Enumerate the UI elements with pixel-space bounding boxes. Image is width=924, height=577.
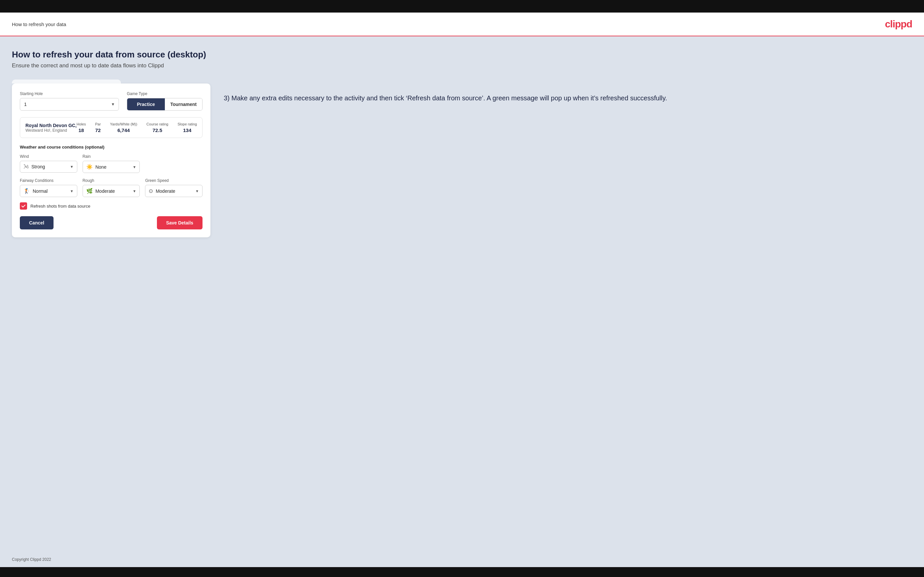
- content-row: Starting Hole 1 10 ▼ Game Type Practi: [12, 79, 912, 237]
- rough-dropdown[interactable]: 🌿 Moderate ▼: [82, 185, 140, 197]
- refresh-checkbox[interactable]: [20, 202, 27, 210]
- stat-holes: Holes 18: [77, 122, 86, 133]
- right-panel-text: 3) Make any extra edits necessary to the…: [224, 93, 912, 103]
- green-speed-chevron-icon: ▼: [195, 189, 199, 193]
- breadcrumb: How to refresh your data: [12, 21, 66, 27]
- refresh-checkbox-row: Refresh shots from data source: [20, 202, 202, 210]
- fairway-field: Fairway Conditions 🏌 Normal ▼: [20, 178, 77, 197]
- rain-dropdown[interactable]: ☀️ None ▼: [82, 161, 140, 173]
- green-speed-value: Moderate: [156, 189, 195, 194]
- top-bar: [0, 0, 924, 13]
- green-speed-label: Green Speed: [145, 178, 202, 183]
- course-rating-value: 72.5: [153, 127, 162, 133]
- course-info: Royal North Devon GC, Westward Ho!, Engl…: [26, 123, 77, 133]
- card-container: Starting Hole 1 10 ▼ Game Type Practi: [12, 79, 210, 237]
- wind-value: Strong: [31, 164, 70, 169]
- wind-field: Wind 🌬 Strong ▼: [20, 154, 77, 173]
- stat-course-rating: Course rating 72.5: [146, 122, 168, 133]
- starting-hole-label: Starting Hole: [20, 92, 119, 96]
- green-speed-field: Green Speed ⊙ Moderate ▼: [145, 178, 202, 197]
- rough-icon: 🌿: [86, 188, 93, 194]
- rough-field: Rough 🌿 Moderate ▼: [82, 178, 140, 197]
- logo: clippd: [885, 18, 912, 30]
- yards-value: 6,744: [117, 127, 130, 133]
- holes-label: Holes: [77, 122, 86, 126]
- fairway-dropdown[interactable]: 🏌 Normal ▼: [20, 185, 77, 197]
- stat-par: Par 72: [95, 122, 101, 133]
- fairway-rough-green-row: Fairway Conditions 🏌 Normal ▼ Rough 🌿 Mo…: [20, 178, 202, 197]
- par-label: Par: [95, 122, 101, 126]
- wind-chevron-icon: ▼: [70, 165, 74, 169]
- par-value: 72: [95, 127, 101, 133]
- conditions-title: Weather and course conditions (optional): [20, 145, 202, 150]
- refresh-label: Refresh shots from data source: [31, 204, 90, 209]
- rough-chevron-icon: ▼: [133, 189, 136, 193]
- starting-hole-group: Starting Hole 1 10 ▼: [20, 92, 119, 111]
- top-fields-row: Starting Hole 1 10 ▼ Game Type Practi: [20, 92, 202, 111]
- header: How to refresh your data clippd: [0, 13, 924, 36]
- bottom-bar: [0, 567, 924, 577]
- yards-label: Yards/White (M)): [110, 122, 137, 126]
- course-rating-label: Course rating: [146, 122, 168, 126]
- fairway-value: Normal: [33, 189, 70, 194]
- save-button[interactable]: Save Details: [157, 216, 203, 229]
- course-location: Westward Ho!, England: [26, 128, 77, 133]
- game-type-toggle: Practice Tournament: [127, 98, 202, 111]
- rain-icon: ☀️: [86, 164, 93, 170]
- practice-button[interactable]: Practice: [127, 98, 165, 110]
- copyright: Copyright Clippd 2022: [12, 557, 51, 562]
- green-speed-icon: ⊙: [149, 188, 153, 194]
- rough-label: Rough: [82, 178, 140, 183]
- tournament-button[interactable]: Tournament: [165, 98, 202, 110]
- rough-value: Moderate: [95, 189, 133, 194]
- rain-label: Rain: [82, 154, 140, 159]
- slope-rating-label: Slope rating: [178, 122, 197, 126]
- fairway-label: Fairway Conditions: [20, 178, 77, 183]
- green-speed-dropdown[interactable]: ⊙ Moderate ▼: [145, 185, 202, 197]
- starting-hole-select-wrapper[interactable]: 1 10 ▼: [20, 98, 119, 111]
- page-title: How to refresh your data from source (de…: [12, 50, 912, 60]
- stat-yards: Yards/White (M)) 6,744: [110, 122, 137, 133]
- game-type-label: Game Type: [127, 92, 202, 96]
- footer: Copyright Clippd 2022: [0, 552, 924, 567]
- edit-card: Starting Hole 1 10 ▼ Game Type Practi: [12, 84, 210, 237]
- starting-hole-select[interactable]: 1 10: [20, 98, 119, 111]
- holes-value: 18: [79, 127, 84, 133]
- right-panel: 3) Make any extra edits necessary to the…: [224, 79, 912, 103]
- wind-rain-row: Wind 🌬 Strong ▼ Rain ☀️ None ▼: [20, 154, 202, 173]
- slope-rating-value: 134: [183, 127, 191, 133]
- rain-value: None: [95, 164, 133, 170]
- cancel-button[interactable]: Cancel: [20, 216, 53, 229]
- rain-field: Rain ☀️ None ▼: [82, 154, 140, 173]
- wind-label: Wind: [20, 154, 77, 159]
- empty-field: [145, 154, 202, 173]
- game-type-group: Game Type Practice Tournament: [127, 92, 202, 111]
- course-row: Royal North Devon GC, Westward Ho!, Engl…: [20, 117, 202, 138]
- fairway-icon: 🏌: [23, 188, 30, 194]
- main-content: How to refresh your data from source (de…: [0, 36, 924, 552]
- card-partial-hint: [12, 79, 121, 84]
- course-stats: Holes 18 Par 72 Yards/White (M)) 6,744: [77, 122, 197, 133]
- stat-slope-rating: Slope rating 134: [178, 122, 197, 133]
- fairway-chevron-icon: ▼: [70, 189, 74, 193]
- buttons-row: Cancel Save Details: [20, 216, 202, 229]
- page-subtitle: Ensure the correct and most up to date d…: [12, 62, 912, 69]
- checkmark-icon: [21, 204, 26, 208]
- wind-icon: 🌬: [23, 164, 29, 170]
- wind-dropdown[interactable]: 🌬 Strong ▼: [20, 161, 77, 172]
- rain-chevron-icon: ▼: [133, 165, 136, 169]
- course-name: Royal North Devon GC,: [26, 123, 77, 128]
